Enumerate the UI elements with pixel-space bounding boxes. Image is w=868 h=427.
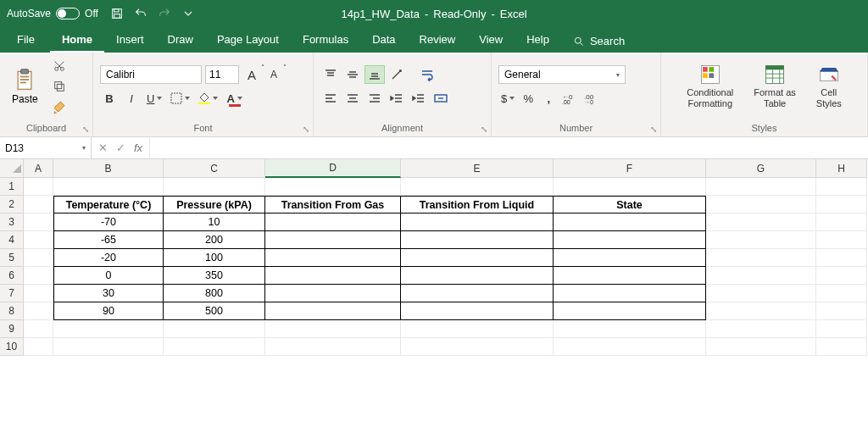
tell-me-search[interactable]: Search [561,30,637,53]
cell-B4[interactable]: -65 [53,231,164,249]
paste-button[interactable]: Paste [7,66,43,107]
tab-view[interactable]: View [467,28,515,53]
wrap-text-icon[interactable] [417,65,437,84]
redo-icon[interactable] [153,2,176,25]
cell-styles-button[interactable]: Cell Styles [811,62,847,110]
fill-color-icon[interactable] [196,89,220,108]
cell-E2[interactable]: Transition From Liquid [401,196,554,214]
cell-G9[interactable] [706,320,816,338]
cell-G7[interactable] [706,285,816,302]
cell-F4[interactable] [554,231,706,249]
cell-D10[interactable] [265,338,401,356]
cell-E10[interactable] [401,338,554,356]
cell-F8[interactable] [554,302,706,320]
borders-icon[interactable] [168,89,192,108]
cell-H6[interactable] [816,267,867,285]
cell-C8[interactable]: 500 [164,302,265,320]
cell-H1[interactable] [816,178,867,196]
qat-customize-icon[interactable] [176,2,200,25]
column-header-E[interactable]: E [401,159,554,178]
cell-D5[interactable] [265,249,401,267]
cut-icon[interactable] [50,58,69,75]
font-size-input[interactable] [205,65,239,84]
cell-F3[interactable] [554,214,706,231]
cell-A10[interactable] [24,338,53,356]
cell-F6[interactable] [554,267,706,285]
cell-A7[interactable] [24,285,53,302]
cell-F5[interactable] [554,249,706,267]
cell-G5[interactable] [706,249,816,267]
cancel-formula-icon[interactable]: ✕ [98,141,108,154]
align-center-icon[interactable] [342,89,363,108]
align-middle-icon[interactable] [342,65,363,84]
comma-format-icon[interactable]: , [539,89,558,108]
bold-button[interactable]: B [100,89,119,108]
cell-E5[interactable] [401,249,554,267]
cell-E9[interactable] [401,320,554,338]
name-box[interactable]: D13▾ [0,137,92,158]
font-name-input[interactable] [100,65,202,84]
cell-G2[interactable] [706,196,816,214]
cell-A8[interactable] [24,302,53,320]
row-header[interactable]: 5 [0,249,24,267]
row-header[interactable]: 8 [0,302,24,320]
cell-C1[interactable] [164,178,265,196]
decrease-font-icon[interactable]: A˅ [264,65,283,84]
cell-A1[interactable] [24,178,53,196]
cell-F9[interactable] [554,320,706,338]
cell-D4[interactable] [265,231,401,249]
italic-button[interactable]: I [122,89,141,108]
cell-A2[interactable] [24,196,53,214]
cell-B10[interactable] [53,338,164,356]
cell-A3[interactable] [24,214,53,231]
increase-decimal-icon[interactable]: ←0.00 [559,89,580,108]
row-header[interactable]: 1 [0,178,24,196]
cell-A6[interactable] [24,267,53,285]
tab-formulas[interactable]: Formulas [291,28,360,53]
cell-G4[interactable] [706,231,816,249]
accounting-format-icon[interactable]: $ [498,89,517,108]
tab-home[interactable]: Home [50,28,104,53]
clipboard-launcher-icon[interactable]: ⤡ [82,125,89,134]
row-header[interactable]: 2 [0,196,24,214]
cell-B8[interactable]: 90 [53,302,164,320]
tab-insert[interactable]: Insert [104,28,156,53]
cell-D2[interactable]: Transition From Gas [265,196,401,214]
cell-E4[interactable] [401,231,554,249]
increase-indent-icon[interactable] [409,89,429,108]
cell-G1[interactable] [706,178,816,196]
cell-H8[interactable] [816,302,867,320]
cell-F10[interactable] [554,338,706,356]
worksheet[interactable]: ABCDEFGH 12Temperature (°C)Pressure (kPA… [0,159,868,356]
cell-C10[interactable] [164,338,265,356]
cell-H3[interactable] [816,214,867,231]
increase-font-icon[interactable]: A˄ [242,65,261,84]
cell-D9[interactable] [265,320,401,338]
cell-G10[interactable] [706,338,816,356]
cell-A4[interactable] [24,231,53,249]
row-header[interactable]: 4 [0,231,24,249]
cell-D7[interactable] [265,285,401,302]
cell-E7[interactable] [401,285,554,302]
font-launcher-icon[interactable]: ⤡ [303,125,309,134]
tab-page-layout[interactable]: Page Layout [205,28,291,53]
cell-H10[interactable] [816,338,867,356]
save-icon[interactable] [105,2,129,25]
cell-C2[interactable]: Pressure (kPA) [164,196,265,214]
row-header[interactable]: 6 [0,267,24,285]
cell-B7[interactable]: 30 [53,285,164,302]
format-as-table-button[interactable]: Format as Table [748,62,801,110]
column-header-C[interactable]: C [164,159,265,178]
enter-formula-icon[interactable]: ✓ [116,141,125,154]
cell-D6[interactable] [265,267,401,285]
cell-F7[interactable] [554,285,706,302]
cell-G3[interactable] [706,214,816,231]
column-header-G[interactable]: G [706,159,816,178]
cell-F2[interactable]: State [554,196,706,214]
row-header[interactable]: 10 [0,338,24,356]
fx-icon[interactable]: fx [134,141,142,154]
cell-C3[interactable]: 10 [164,214,265,231]
cell-E6[interactable] [401,267,554,285]
cell-E8[interactable] [401,302,554,320]
merge-center-icon[interactable] [431,89,451,108]
